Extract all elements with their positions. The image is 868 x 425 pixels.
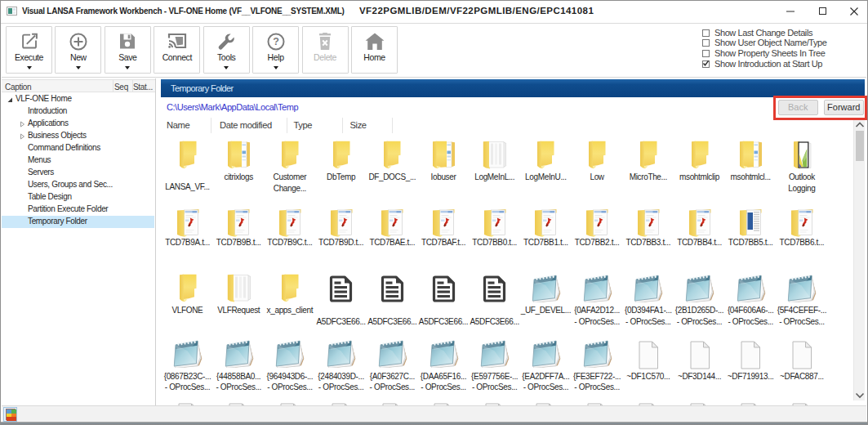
svg-text:?: ? (273, 36, 279, 47)
